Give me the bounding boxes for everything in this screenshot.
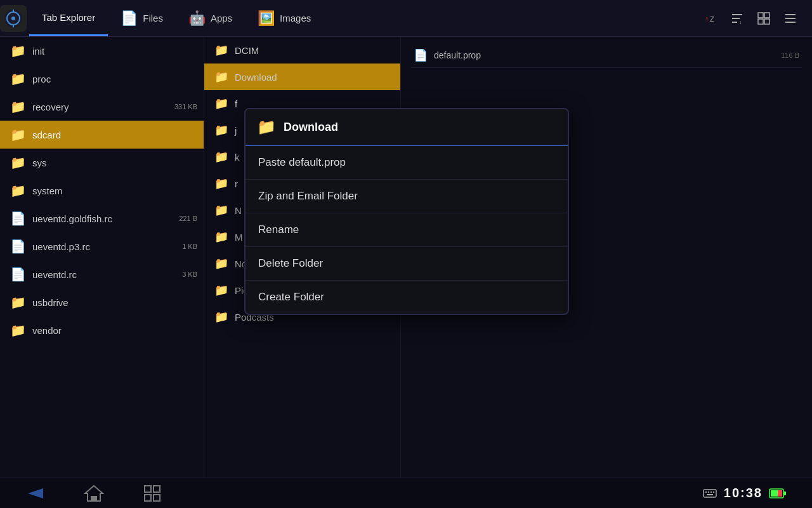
ctx-paste-item[interactable]: Paste default.prop bbox=[246, 146, 568, 180]
item-name: recovery bbox=[32, 102, 69, 112]
item-name: system bbox=[32, 185, 63, 196]
folder-icon: 📁 bbox=[10, 71, 26, 86]
svg-rect-25 bbox=[704, 490, 716, 497]
folder-icon: 📁 bbox=[214, 97, 228, 110]
item-size: 3 KB bbox=[182, 271, 197, 278]
item-name: ueventd.p3.rc bbox=[32, 241, 90, 252]
svg-rect-23 bbox=[145, 495, 151, 501]
list-item[interactable]: 📁 sys bbox=[0, 149, 204, 177]
ctx-create-item[interactable]: Create Folder bbox=[246, 281, 568, 314]
folder-icon: 📁 bbox=[214, 70, 228, 84]
folder-name: j bbox=[235, 125, 237, 136]
svg-rect-14 bbox=[764, 19, 769, 24]
svg-rect-29 bbox=[713, 491, 714, 493]
folder-name: r bbox=[235, 178, 238, 189]
folder-icon: 📁 bbox=[10, 127, 26, 142]
folder-icon: 📁 bbox=[257, 118, 276, 136]
top-bar: Tab Explorer 📄 Files 🤖 Apps 🖼️ Images ↑Z… bbox=[0, 0, 812, 37]
view-button[interactable] bbox=[752, 7, 775, 30]
item-name: usbdrive bbox=[32, 297, 69, 308]
svg-rect-11 bbox=[758, 13, 763, 18]
item-name: sdcard bbox=[32, 130, 61, 140]
context-menu-title: Download bbox=[284, 121, 338, 134]
folder-icon: 📁 bbox=[214, 257, 228, 271]
item-name: proc bbox=[32, 74, 51, 84]
tab-explorer-logo bbox=[0, 5, 27, 32]
tab-explorer-label[interactable]: Tab Explorer bbox=[29, 0, 108, 36]
list-item[interactable]: 📄 ueventd.goldfish.rc 221 B bbox=[0, 204, 204, 232]
folder-name: M bbox=[235, 232, 243, 243]
list-item[interactable]: 📁 vendor bbox=[0, 316, 204, 344]
folder-name: k bbox=[235, 152, 240, 163]
list-item-sdcard[interactable]: 📁 sdcard bbox=[0, 121, 204, 149]
keyboard-icon bbox=[702, 486, 717, 501]
item-name: sys bbox=[32, 157, 47, 168]
ctx-create-label: Create Folder bbox=[258, 291, 324, 303]
folder-icon: 📁 bbox=[214, 203, 228, 217]
ctx-rename-label: Rename bbox=[258, 224, 299, 236]
tab-apps[interactable]: 🤖 Apps bbox=[176, 0, 245, 36]
list-item[interactable]: 📁 system bbox=[0, 177, 204, 204]
tab-files[interactable]: 📄 Files bbox=[108, 0, 176, 36]
tab-images[interactable]: 🖼️ Images bbox=[245, 0, 324, 36]
folder-icon: 📁 bbox=[10, 99, 26, 114]
tab-explorer-text: Tab Explorer bbox=[42, 12, 95, 23]
battery-icon bbox=[769, 486, 787, 501]
file-size: 116 B bbox=[781, 51, 799, 59]
folder-icon: 📁 bbox=[10, 155, 26, 170]
ctx-delete-item[interactable]: Delete Folder bbox=[246, 247, 568, 281]
svg-point-2 bbox=[11, 17, 15, 20]
sort-button[interactable]: ↓ bbox=[726, 7, 749, 30]
list-item[interactable]: 📄 ueventd.rc 3 KB bbox=[0, 260, 204, 288]
folder-icon: 📁 bbox=[214, 310, 228, 324]
context-menu-header: 📁 Download bbox=[246, 109, 568, 146]
recent-button[interactable] bbox=[142, 483, 162, 504]
ctx-zip-email-item[interactable]: Zip and Email Folder bbox=[246, 180, 568, 213]
item-size: 331 KB bbox=[174, 103, 197, 110]
folder-icon: 📁 bbox=[10, 323, 26, 338]
tab-apps-label: Apps bbox=[211, 13, 232, 23]
folder-name: f bbox=[235, 98, 237, 109]
svg-rect-20 bbox=[91, 496, 97, 501]
folder-row[interactable]: 📁 DCIM bbox=[204, 37, 400, 64]
list-item[interactable]: 📄 ueventd.p3.rc 1 KB bbox=[0, 232, 204, 260]
list-item[interactable]: 📁 proc bbox=[0, 65, 204, 93]
folder-icon: 📁 bbox=[10, 43, 26, 58]
sort-az-button[interactable]: ↑Z bbox=[699, 7, 722, 30]
folder-icon: 📁 bbox=[214, 43, 228, 57]
bottom-right: 10:38 bbox=[702, 486, 787, 501]
item-name: ueventd.goldfish.rc bbox=[32, 213, 112, 224]
folder-name: Download bbox=[235, 72, 277, 83]
list-item[interactable]: 📁 init bbox=[0, 37, 204, 65]
item-name: vendor bbox=[32, 325, 62, 336]
file-entry[interactable]: 📄 default.prop 116 B bbox=[411, 43, 802, 68]
list-item-recovery[interactable]: 📁 recovery 331 KB bbox=[0, 93, 204, 121]
svg-rect-22 bbox=[154, 486, 160, 492]
bottom-bar: 10:38 bbox=[0, 478, 812, 508]
svg-rect-30 bbox=[707, 494, 713, 495]
svg-rect-26 bbox=[705, 491, 707, 493]
svg-rect-21 bbox=[145, 486, 151, 492]
svg-text:Z: Z bbox=[710, 15, 714, 23]
list-item[interactable]: 📁 usbdrive bbox=[0, 288, 204, 316]
folder-row-download[interactable]: 📁 Download bbox=[204, 64, 400, 90]
tab-files-label: Files bbox=[143, 13, 163, 23]
menu-button[interactable] bbox=[779, 7, 802, 30]
folder-icon: 📁 bbox=[10, 295, 26, 310]
file-icon: 📄 bbox=[414, 48, 428, 62]
time-display: 10:38 bbox=[724, 486, 763, 500]
svg-rect-27 bbox=[708, 491, 709, 493]
file-icon: 📄 bbox=[10, 239, 26, 254]
folder-icon: 📁 bbox=[214, 177, 228, 190]
home-button[interactable] bbox=[84, 483, 104, 504]
file-icon: 📄 bbox=[10, 267, 26, 282]
context-menu[interactable]: 📁 Download Paste default.prop Zip and Em… bbox=[244, 108, 569, 315]
ctx-rename-item[interactable]: Rename bbox=[246, 213, 568, 247]
ctx-zip-email-label: Zip and Email Folder bbox=[258, 190, 358, 202]
ctx-delete-label: Delete Folder bbox=[258, 257, 323, 269]
file-name: default.prop bbox=[434, 50, 481, 60]
tab-images-label: Images bbox=[280, 13, 311, 23]
folder-name: N bbox=[235, 205, 242, 216]
top-bar-right: ↑Z ↓ bbox=[699, 7, 812, 30]
back-button[interactable] bbox=[25, 483, 46, 504]
